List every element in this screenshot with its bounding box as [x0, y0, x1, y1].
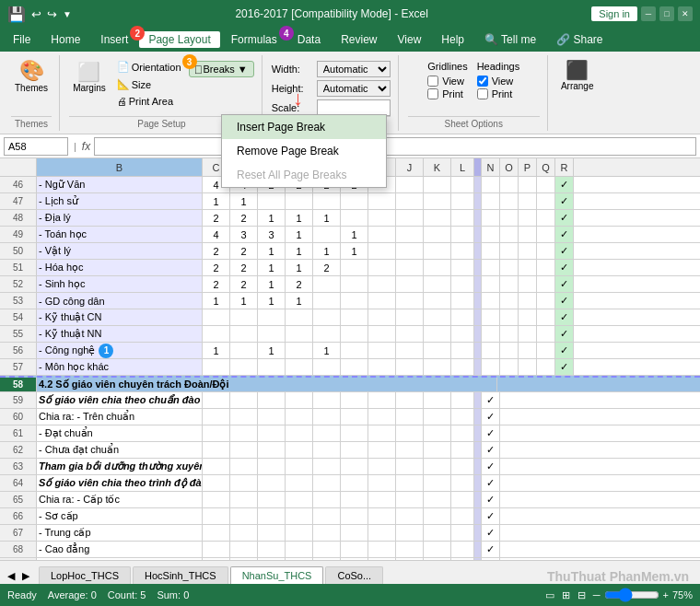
cell-54-d[interactable] [230, 309, 258, 325]
cell-47-q[interactable] [537, 193, 555, 209]
cell-49-c[interactable]: 4 [203, 227, 230, 242]
cell-47-p[interactable] [519, 193, 537, 209]
cell-63-h[interactable] [341, 459, 368, 474]
cell-49-i[interactable] [368, 227, 396, 242]
tab-coso[interactable]: CoSo... [325, 566, 383, 584]
cell-52-e[interactable]: 1 [258, 276, 286, 292]
cell-65-e[interactable] [258, 492, 286, 507]
cell-55-q[interactable] [537, 326, 555, 342]
cell-48-h[interactable] [341, 210, 368, 226]
cell-48-e[interactable]: 1 [258, 210, 286, 226]
cell-56-p[interactable] [519, 343, 537, 358]
cell-69-e[interactable] [258, 558, 286, 560]
cell-57-q[interactable] [537, 359, 555, 375]
cell-49-k[interactable] [424, 227, 451, 242]
cell-54-i[interactable] [368, 309, 396, 325]
cell-63-e[interactable] [258, 459, 286, 474]
cell-49-g[interactable] [313, 227, 341, 242]
tab-nhansu[interactable]: NhanSu_THCS [230, 566, 324, 584]
cell-51-g[interactable]: 2 [313, 260, 341, 275]
cell-69-c[interactable] [203, 558, 230, 560]
cell-66-e[interactable] [258, 508, 286, 524]
cell-48-g[interactable]: 1 [313, 210, 341, 226]
cell-66-k[interactable] [424, 508, 451, 524]
cell-69-h[interactable] [341, 558, 368, 560]
gridlines-print-cb[interactable] [427, 88, 438, 99]
cell-63-f[interactable] [286, 459, 313, 474]
cell-52-h[interactable] [341, 276, 368, 292]
cell-48-i[interactable] [368, 210, 396, 226]
cell-50-r[interactable]: ✓ [555, 243, 574, 259]
cell-63-i[interactable] [368, 459, 396, 474]
cell-52-p[interactable] [519, 276, 537, 292]
cell-69-k[interactable] [424, 558, 451, 560]
cell-52-c[interactable]: 2 [203, 276, 230, 292]
cell-50-n[interactable] [482, 243, 500, 259]
cell-53-d[interactable]: 1 [230, 293, 258, 309]
cell-68-d[interactable] [230, 542, 258, 557]
cell-56-r[interactable]: ✓ [555, 343, 574, 358]
cell-54-e[interactable] [258, 309, 286, 325]
cell-53-o[interactable] [500, 293, 519, 309]
formula-input[interactable] [94, 137, 696, 156]
cell-50-h[interactable]: 1 [341, 243, 368, 259]
cell-61-b[interactable]: - Đạt chuẩn [37, 425, 203, 441]
cell-55-p[interactable] [519, 326, 537, 342]
cell-66-c[interactable] [203, 508, 230, 524]
cell-57-c[interactable] [203, 359, 230, 375]
menu-home[interactable]: Home [41, 31, 89, 48]
cell-46-n[interactable] [482, 177, 500, 192]
cell-46-b[interactable]: - Ngữ Văn [37, 177, 203, 192]
cell-57-p[interactable] [519, 359, 537, 375]
width-select[interactable]: Automatic 1 page 2 pages [317, 61, 391, 77]
cell-61-j[interactable] [396, 425, 424, 441]
cell-67-j[interactable] [396, 525, 424, 541]
cell-65-h[interactable] [341, 492, 368, 507]
cell-57-j[interactable] [396, 359, 424, 375]
cell-59-d[interactable] [230, 392, 258, 408]
cell-52-r[interactable]: ✓ [555, 276, 574, 292]
cell-47-l[interactable] [451, 193, 474, 209]
cell-56-q[interactable] [537, 343, 555, 358]
cell-60-g[interactable] [313, 409, 341, 425]
cell-49-d[interactable]: 3 [230, 227, 258, 242]
cell-51-k[interactable] [424, 260, 451, 275]
cell-67-k[interactable] [424, 525, 451, 541]
cell-57-d[interactable] [230, 359, 258, 375]
restore-btn[interactable]: □ [659, 6, 674, 21]
height-select[interactable]: Automatic 1 page [317, 80, 391, 97]
cell-48-d[interactable]: 2 [230, 210, 258, 226]
cell-51-i[interactable] [368, 260, 396, 275]
cell-63-c[interactable] [203, 459, 230, 474]
view-layout-icon[interactable]: ⊞ [562, 589, 570, 601]
cell-51-e[interactable]: 1 [258, 260, 286, 275]
name-box[interactable] [4, 137, 68, 156]
cell-55-g[interactable] [313, 326, 341, 342]
cell-61-f[interactable] [286, 425, 313, 441]
cell-63-k[interactable] [424, 459, 451, 474]
col-header-r[interactable]: R [555, 158, 574, 176]
cell-64-c[interactable] [203, 475, 230, 491]
cell-57-g[interactable] [313, 359, 341, 375]
cell-46-j[interactable] [396, 177, 424, 192]
cell-47-n[interactable] [482, 193, 500, 209]
cell-64-i[interactable] [368, 475, 396, 491]
cell-57-e[interactable] [258, 359, 286, 375]
cell-67-f[interactable] [286, 525, 313, 541]
arrange-btn[interactable]: ⬛ Arrange [557, 57, 598, 93]
remove-page-break-item[interactable]: Remove Page Break [222, 139, 386, 163]
cell-66-r[interactable]: ✓ [482, 508, 500, 524]
zoom-out-btn[interactable]: ─ [593, 589, 601, 600]
cell-55-h[interactable] [341, 326, 368, 342]
cell-53-i[interactable] [368, 293, 396, 309]
cell-48-p[interactable] [519, 210, 537, 226]
quick-access-more[interactable]: ▼ [63, 9, 72, 19]
cell-63-d[interactable] [230, 459, 258, 474]
cell-60-e[interactable] [258, 409, 286, 425]
menu-view[interactable]: View [389, 31, 431, 48]
cell-65-b[interactable]: Chia ra: - Cấp tốc [37, 492, 203, 507]
cell-47-e[interactable] [258, 193, 286, 209]
cell-62-f[interactable] [286, 442, 313, 458]
cell-52-f[interactable]: 2 [286, 276, 313, 292]
cell-56-n[interactable] [482, 343, 500, 358]
